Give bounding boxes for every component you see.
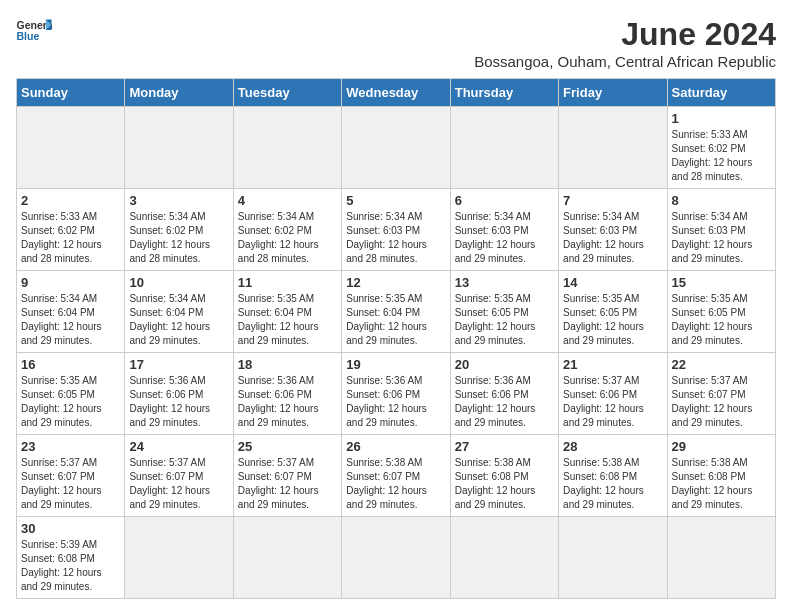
table-row: 27Sunrise: 5:38 AM Sunset: 6:08 PM Dayli… bbox=[450, 435, 558, 517]
svg-text:Blue: Blue bbox=[17, 30, 40, 42]
table-row: 6Sunrise: 5:34 AM Sunset: 6:03 PM Daylig… bbox=[450, 189, 558, 271]
title-block: June 2024 Bossangoa, Ouham, Central Afri… bbox=[474, 16, 776, 70]
table-row: 18Sunrise: 5:36 AM Sunset: 6:06 PM Dayli… bbox=[233, 353, 341, 435]
day-info: Sunrise: 5:38 AM Sunset: 6:07 PM Dayligh… bbox=[346, 456, 445, 512]
day-number: 11 bbox=[238, 275, 337, 290]
table-row bbox=[17, 107, 125, 189]
logo: General Blue bbox=[16, 16, 52, 44]
table-row: 12Sunrise: 5:35 AM Sunset: 6:04 PM Dayli… bbox=[342, 271, 450, 353]
day-info: Sunrise: 5:36 AM Sunset: 6:06 PM Dayligh… bbox=[455, 374, 554, 430]
day-info: Sunrise: 5:34 AM Sunset: 6:02 PM Dayligh… bbox=[238, 210, 337, 266]
header-tuesday: Tuesday bbox=[233, 79, 341, 107]
day-info: Sunrise: 5:34 AM Sunset: 6:02 PM Dayligh… bbox=[129, 210, 228, 266]
table-row: 13Sunrise: 5:35 AM Sunset: 6:05 PM Dayli… bbox=[450, 271, 558, 353]
day-info: Sunrise: 5:35 AM Sunset: 6:04 PM Dayligh… bbox=[346, 292, 445, 348]
month-year-title: June 2024 bbox=[474, 16, 776, 53]
location-subtitle: Bossangoa, Ouham, Central African Republ… bbox=[474, 53, 776, 70]
day-info: Sunrise: 5:34 AM Sunset: 6:03 PM Dayligh… bbox=[672, 210, 771, 266]
table-row: 20Sunrise: 5:36 AM Sunset: 6:06 PM Dayli… bbox=[450, 353, 558, 435]
table-row: 23Sunrise: 5:37 AM Sunset: 6:07 PM Dayli… bbox=[17, 435, 125, 517]
table-row: 25Sunrise: 5:37 AM Sunset: 6:07 PM Dayli… bbox=[233, 435, 341, 517]
header-wednesday: Wednesday bbox=[342, 79, 450, 107]
day-number: 25 bbox=[238, 439, 337, 454]
table-row: 1Sunrise: 5:33 AM Sunset: 6:02 PM Daylig… bbox=[667, 107, 775, 189]
day-info: Sunrise: 5:35 AM Sunset: 6:04 PM Dayligh… bbox=[238, 292, 337, 348]
page-header: General Blue June 2024 Bossangoa, Ouham,… bbox=[16, 16, 776, 70]
table-row bbox=[342, 517, 450, 599]
day-number: 20 bbox=[455, 357, 554, 372]
table-row: 28Sunrise: 5:38 AM Sunset: 6:08 PM Dayli… bbox=[559, 435, 667, 517]
calendar-row: 2Sunrise: 5:33 AM Sunset: 6:02 PM Daylig… bbox=[17, 189, 776, 271]
table-row: 29Sunrise: 5:38 AM Sunset: 6:08 PM Dayli… bbox=[667, 435, 775, 517]
table-row: 10Sunrise: 5:34 AM Sunset: 6:04 PM Dayli… bbox=[125, 271, 233, 353]
table-row: 2Sunrise: 5:33 AM Sunset: 6:02 PM Daylig… bbox=[17, 189, 125, 271]
table-row bbox=[450, 107, 558, 189]
day-info: Sunrise: 5:33 AM Sunset: 6:02 PM Dayligh… bbox=[672, 128, 771, 184]
header-sunday: Sunday bbox=[17, 79, 125, 107]
day-number: 26 bbox=[346, 439, 445, 454]
table-row: 15Sunrise: 5:35 AM Sunset: 6:05 PM Dayli… bbox=[667, 271, 775, 353]
day-info: Sunrise: 5:35 AM Sunset: 6:05 PM Dayligh… bbox=[672, 292, 771, 348]
day-number: 5 bbox=[346, 193, 445, 208]
header-monday: Monday bbox=[125, 79, 233, 107]
table-row: 17Sunrise: 5:36 AM Sunset: 6:06 PM Dayli… bbox=[125, 353, 233, 435]
table-row: 8Sunrise: 5:34 AM Sunset: 6:03 PM Daylig… bbox=[667, 189, 775, 271]
day-number: 1 bbox=[672, 111, 771, 126]
day-number: 29 bbox=[672, 439, 771, 454]
calendar-row: 30Sunrise: 5:39 AM Sunset: 6:08 PM Dayli… bbox=[17, 517, 776, 599]
table-row bbox=[342, 107, 450, 189]
day-number: 13 bbox=[455, 275, 554, 290]
day-number: 18 bbox=[238, 357, 337, 372]
table-row bbox=[233, 107, 341, 189]
day-info: Sunrise: 5:37 AM Sunset: 6:07 PM Dayligh… bbox=[672, 374, 771, 430]
day-number: 15 bbox=[672, 275, 771, 290]
table-row: 21Sunrise: 5:37 AM Sunset: 6:06 PM Dayli… bbox=[559, 353, 667, 435]
table-row: 16Sunrise: 5:35 AM Sunset: 6:05 PM Dayli… bbox=[17, 353, 125, 435]
table-row: 24Sunrise: 5:37 AM Sunset: 6:07 PM Dayli… bbox=[125, 435, 233, 517]
day-number: 12 bbox=[346, 275, 445, 290]
table-row bbox=[559, 107, 667, 189]
day-number: 23 bbox=[21, 439, 120, 454]
day-number: 16 bbox=[21, 357, 120, 372]
table-row: 11Sunrise: 5:35 AM Sunset: 6:04 PM Dayli… bbox=[233, 271, 341, 353]
day-info: Sunrise: 5:33 AM Sunset: 6:02 PM Dayligh… bbox=[21, 210, 120, 266]
table-row: 5Sunrise: 5:34 AM Sunset: 6:03 PM Daylig… bbox=[342, 189, 450, 271]
table-row: 22Sunrise: 5:37 AM Sunset: 6:07 PM Dayli… bbox=[667, 353, 775, 435]
day-number: 7 bbox=[563, 193, 662, 208]
day-info: Sunrise: 5:38 AM Sunset: 6:08 PM Dayligh… bbox=[455, 456, 554, 512]
day-info: Sunrise: 5:36 AM Sunset: 6:06 PM Dayligh… bbox=[129, 374, 228, 430]
table-row: 30Sunrise: 5:39 AM Sunset: 6:08 PM Dayli… bbox=[17, 517, 125, 599]
day-info: Sunrise: 5:37 AM Sunset: 6:07 PM Dayligh… bbox=[21, 456, 120, 512]
day-info: Sunrise: 5:39 AM Sunset: 6:08 PM Dayligh… bbox=[21, 538, 120, 594]
calendar-row: 23Sunrise: 5:37 AM Sunset: 6:07 PM Dayli… bbox=[17, 435, 776, 517]
header-saturday: Saturday bbox=[667, 79, 775, 107]
table-row bbox=[559, 517, 667, 599]
table-row bbox=[667, 517, 775, 599]
day-number: 30 bbox=[21, 521, 120, 536]
day-number: 24 bbox=[129, 439, 228, 454]
table-row: 4Sunrise: 5:34 AM Sunset: 6:02 PM Daylig… bbox=[233, 189, 341, 271]
day-number: 22 bbox=[672, 357, 771, 372]
day-info: Sunrise: 5:36 AM Sunset: 6:06 PM Dayligh… bbox=[238, 374, 337, 430]
day-number: 8 bbox=[672, 193, 771, 208]
day-info: Sunrise: 5:38 AM Sunset: 6:08 PM Dayligh… bbox=[563, 456, 662, 512]
weekday-header-row: Sunday Monday Tuesday Wednesday Thursday… bbox=[17, 79, 776, 107]
day-info: Sunrise: 5:38 AM Sunset: 6:08 PM Dayligh… bbox=[672, 456, 771, 512]
header-thursday: Thursday bbox=[450, 79, 558, 107]
day-info: Sunrise: 5:34 AM Sunset: 6:04 PM Dayligh… bbox=[21, 292, 120, 348]
day-info: Sunrise: 5:34 AM Sunset: 6:03 PM Dayligh… bbox=[346, 210, 445, 266]
table-row: 9Sunrise: 5:34 AM Sunset: 6:04 PM Daylig… bbox=[17, 271, 125, 353]
day-number: 3 bbox=[129, 193, 228, 208]
day-number: 17 bbox=[129, 357, 228, 372]
table-row bbox=[125, 517, 233, 599]
table-row bbox=[450, 517, 558, 599]
header-friday: Friday bbox=[559, 79, 667, 107]
day-info: Sunrise: 5:35 AM Sunset: 6:05 PM Dayligh… bbox=[563, 292, 662, 348]
day-number: 6 bbox=[455, 193, 554, 208]
day-number: 2 bbox=[21, 193, 120, 208]
day-info: Sunrise: 5:37 AM Sunset: 6:07 PM Dayligh… bbox=[238, 456, 337, 512]
calendar-row: 9Sunrise: 5:34 AM Sunset: 6:04 PM Daylig… bbox=[17, 271, 776, 353]
calendar-row: 1Sunrise: 5:33 AM Sunset: 6:02 PM Daylig… bbox=[17, 107, 776, 189]
day-number: 28 bbox=[563, 439, 662, 454]
day-info: Sunrise: 5:36 AM Sunset: 6:06 PM Dayligh… bbox=[346, 374, 445, 430]
